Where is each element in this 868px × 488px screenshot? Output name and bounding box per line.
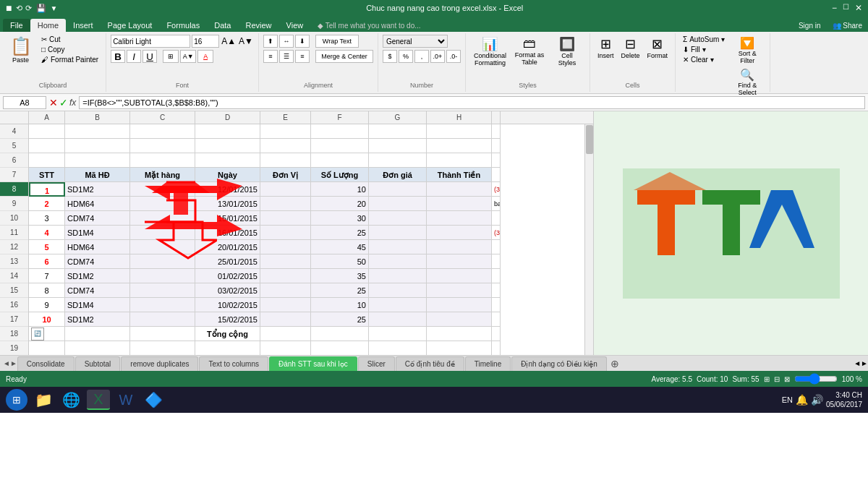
cell-g18[interactable] xyxy=(369,327,427,341)
tab-text-to-columns[interactable]: Text to columns xyxy=(199,356,268,371)
cell-d8[interactable]: 12/01/2015 xyxy=(195,182,260,197)
cell-b5[interactable] xyxy=(65,139,130,153)
cell-i11[interactable]: (3 xyxy=(492,226,501,240)
cell-d9[interactable]: 13/01/2015 xyxy=(195,197,260,211)
tab-timeline[interactable]: Timeline xyxy=(465,356,511,371)
cell-e14[interactable] xyxy=(260,269,311,283)
delete-button[interactable]: ⊟ Delete xyxy=(618,35,642,61)
cell-b11[interactable]: SD1M4 xyxy=(65,226,130,240)
scroll-thumb[interactable] xyxy=(586,125,593,154)
cell-d15[interactable]: 03/02/2015 xyxy=(195,283,260,298)
tab-danh-stt[interactable]: Đánh STT sau khi lọc xyxy=(269,356,357,371)
format-as-table-button[interactable]: 🗃 Format as Table xyxy=(511,35,548,67)
col-header-g[interactable]: G xyxy=(369,111,427,124)
cell-a4[interactable] xyxy=(29,124,65,139)
cell-b10[interactable]: CDM74 xyxy=(65,211,130,226)
autosum-button[interactable]: Σ AutoSum ▾ xyxy=(680,35,728,44)
cell-i18[interactable] xyxy=(492,327,501,341)
dec-decrease-btn[interactable]: .0- xyxy=(446,50,461,63)
cell-f5[interactable] xyxy=(311,139,369,153)
cell-f15[interactable]: 25 xyxy=(311,283,369,298)
cell-i7[interactable] xyxy=(492,168,501,182)
excel-taskbar-btn[interactable]: X xyxy=(87,390,110,410)
insert-function-btn[interactable]: fx xyxy=(69,98,76,108)
cell-a8[interactable]: 1 xyxy=(29,182,65,197)
cell-g8[interactable] xyxy=(369,182,427,197)
page-layout-btn[interactable]: ⊟ xyxy=(774,375,780,383)
font-color-button[interactable]: A xyxy=(197,50,213,63)
font-grow-btn[interactable]: A▲ xyxy=(221,35,237,47)
share-btn[interactable]: 👥 Share xyxy=(827,20,868,32)
cell-c11[interactable] xyxy=(130,226,195,240)
align-right-btn[interactable]: ≡ xyxy=(295,50,310,63)
tab-formulas[interactable]: Formulas xyxy=(159,19,207,32)
align-left-btn[interactable]: ≡ xyxy=(263,50,278,63)
cell-e10[interactable] xyxy=(260,211,311,226)
cell-e16[interactable] xyxy=(260,298,311,312)
col-header-a[interactable]: A xyxy=(29,111,65,124)
zoom-slider[interactable] xyxy=(794,373,838,385)
col-header-c[interactable]: C xyxy=(130,111,195,124)
fill-dropdown[interactable]: ▾ xyxy=(702,46,706,53)
cell-c9[interactable] xyxy=(130,197,195,211)
cell-c13[interactable] xyxy=(130,254,195,269)
cell-c7[interactable]: Mặt hàng xyxy=(130,168,195,182)
tab-remove-duplicates[interactable]: remove duplicates xyxy=(121,356,198,371)
cell-c5[interactable] xyxy=(130,139,195,153)
cell-a16[interactable]: 9 xyxy=(29,298,65,312)
cell-a13[interactable]: 6 xyxy=(29,254,65,269)
cell-g11[interactable] xyxy=(369,226,427,240)
cell-b6[interactable] xyxy=(65,153,130,168)
cell-e6[interactable] xyxy=(260,153,311,168)
cell-b13[interactable]: CDM74 xyxy=(65,254,130,269)
format-painter-button[interactable]: 🖌 Format Painter xyxy=(38,55,101,64)
cell-a17[interactable]: 10 xyxy=(29,312,65,327)
cell-h8[interactable] xyxy=(427,182,492,197)
cell-g19[interactable] xyxy=(369,341,427,355)
cell-a10[interactable]: 3 xyxy=(29,211,65,226)
font-shrink-btn[interactable]: A▼ xyxy=(238,35,254,47)
wrap-text-button[interactable]: Wrap Text xyxy=(315,35,359,48)
cell-h4[interactable] xyxy=(427,124,492,139)
cell-h13[interactable] xyxy=(427,254,492,269)
cell-d13[interactable]: 25/01/2015 xyxy=(195,254,260,269)
format-button[interactable]: ⊠ Format xyxy=(644,35,671,61)
cell-h17[interactable] xyxy=(427,312,492,327)
cell-g16[interactable] xyxy=(369,298,427,312)
cell-g17[interactable] xyxy=(369,312,427,327)
cell-g14[interactable] xyxy=(369,269,427,283)
cell-g4[interactable] xyxy=(369,124,427,139)
tab-consolidate[interactable]: Consolidate xyxy=(17,356,75,371)
cell-i13[interactable] xyxy=(492,254,501,269)
autosum-dropdown[interactable]: ▾ xyxy=(721,35,725,43)
cell-i8[interactable]: (3 xyxy=(492,182,501,197)
cell-a19[interactable] xyxy=(29,341,65,355)
col-header-d[interactable]: D xyxy=(195,111,260,124)
cell-b14[interactable]: SD1M2 xyxy=(65,269,130,283)
normal-view-btn[interactable]: ⊞ xyxy=(764,375,770,383)
cell-f8[interactable]: 10 xyxy=(311,182,369,197)
tab-tell-me[interactable]: ◆ Tell me what you want to do... xyxy=(310,20,427,32)
cell-a12[interactable]: 5 xyxy=(29,240,65,254)
paste-button[interactable]: 📋 Paste xyxy=(4,35,37,67)
cell-i4[interactable] xyxy=(492,124,501,139)
comma-btn[interactable]: , xyxy=(414,50,429,63)
cell-i15[interactable] xyxy=(492,283,501,298)
cell-d10[interactable]: 15/01/2015 xyxy=(195,211,260,226)
sheet-scroll-right[interactable]: ► xyxy=(861,359,868,367)
cell-c15[interactable] xyxy=(130,283,195,298)
cell-d19[interactable] xyxy=(195,341,260,355)
cell-f4[interactable] xyxy=(311,124,369,139)
cancel-formula-btn[interactable]: ✕ xyxy=(49,97,58,108)
conditional-formatting-button[interactable]: 📊 Conditional Formatting xyxy=(470,35,510,68)
cell-e18[interactable] xyxy=(260,327,311,341)
clear-button[interactable]: ✕ Clear ▾ xyxy=(680,55,728,64)
cell-g5[interactable] xyxy=(369,139,427,153)
confirm-formula-btn[interactable]: ✓ xyxy=(59,97,68,108)
cell-h15[interactable] xyxy=(427,283,492,298)
cell-f11[interactable]: 25 xyxy=(311,226,369,240)
underline-button[interactable]: U xyxy=(142,50,157,63)
cell-h11[interactable] xyxy=(427,226,492,240)
cell-e7[interactable]: Đơn Vị xyxy=(260,168,311,182)
merge-center-button[interactable]: Merge & Center xyxy=(315,50,373,63)
